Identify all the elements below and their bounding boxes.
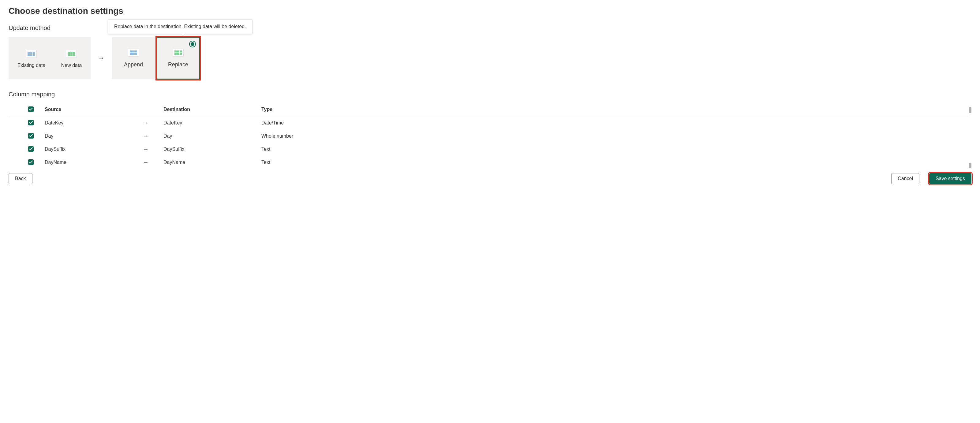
row-checkbox[interactable] bbox=[28, 146, 33, 152]
existing-data-icon bbox=[26, 50, 37, 58]
new-data-label: New data bbox=[61, 63, 82, 68]
column-mapping-table: Source Destination Type DateKey→DateKeyD… bbox=[9, 103, 968, 168]
header-source: Source bbox=[42, 103, 140, 116]
source-cell: DateKey bbox=[42, 116, 140, 130]
destination-cell: Day bbox=[161, 129, 259, 143]
row-checkbox[interactable] bbox=[28, 133, 33, 139]
save-settings-button[interactable]: Save settings bbox=[929, 173, 971, 184]
select-all-checkbox[interactable] bbox=[28, 106, 33, 112]
scrollbar-thumb[interactable] bbox=[969, 107, 971, 113]
source-cell: DaySuffix bbox=[42, 143, 140, 156]
legend-panel: Existing data New data bbox=[9, 37, 91, 79]
replace-option[interactable]: Replace bbox=[157, 37, 200, 79]
destination-cell: DaySuffix bbox=[161, 143, 259, 156]
table-row: DayName→DayNameText bbox=[9, 156, 968, 168]
update-method-row: Replace data in the destination. Existin… bbox=[9, 37, 971, 79]
arrow-right-icon: → bbox=[143, 146, 149, 152]
type-cell: Text bbox=[259, 143, 968, 156]
arrow-right-icon: → bbox=[143, 159, 149, 165]
table-row: Day→DayWhole number bbox=[9, 129, 968, 143]
source-cell: DayName bbox=[42, 156, 140, 168]
arrow-right-icon: → bbox=[98, 54, 105, 62]
type-cell: Whole number bbox=[259, 129, 968, 143]
replace-tooltip: Replace data in the destination. Existin… bbox=[108, 19, 253, 34]
arrow-right-icon: → bbox=[143, 119, 149, 126]
header-type: Type bbox=[259, 103, 968, 116]
type-cell: Text bbox=[259, 156, 968, 168]
source-cell: Day bbox=[42, 129, 140, 143]
append-label: Append bbox=[124, 62, 143, 68]
footer: Back Cancel Save settings bbox=[9, 173, 971, 184]
append-option[interactable]: Append bbox=[112, 37, 155, 79]
append-icon bbox=[128, 49, 139, 57]
row-checkbox[interactable] bbox=[28, 159, 33, 165]
cancel-button[interactable]: Cancel bbox=[891, 173, 920, 184]
column-mapping-title: Column mapping bbox=[9, 91, 971, 98]
selected-radio-icon bbox=[189, 41, 196, 48]
row-checkbox[interactable] bbox=[28, 120, 33, 125]
new-data-icon bbox=[66, 50, 77, 58]
header-destination: Destination bbox=[161, 103, 259, 116]
tooltip-text: Replace data in the destination. Existin… bbox=[114, 24, 246, 29]
destination-cell: DayName bbox=[161, 156, 259, 168]
existing-data-label: Existing data bbox=[18, 63, 46, 68]
arrow-right-icon: → bbox=[143, 132, 149, 139]
destination-cell: DateKey bbox=[161, 116, 259, 130]
table-row: DateKey→DateKeyDate/Time bbox=[9, 116, 968, 130]
table-row: DaySuffix→DaySuffixText bbox=[9, 143, 968, 156]
back-button[interactable]: Back bbox=[9, 173, 32, 184]
type-cell: Date/Time bbox=[259, 116, 968, 130]
replace-label: Replace bbox=[168, 62, 188, 68]
replace-icon bbox=[173, 49, 184, 57]
scrollbar-thumb[interactable] bbox=[969, 163, 971, 168]
page-title: Choose destination settings bbox=[9, 6, 971, 16]
